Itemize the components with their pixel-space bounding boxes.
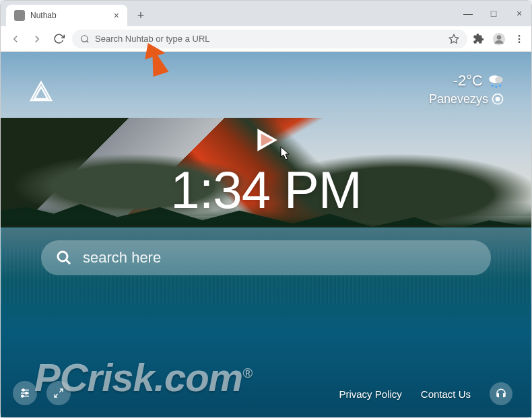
- svg-line-21: [66, 260, 70, 264]
- svg-point-15: [499, 85, 501, 87]
- toolbar-actions: [473, 32, 525, 46]
- tab-title: Nuthab: [30, 11, 57, 20]
- window-controls: — □ ×: [461, 1, 526, 26]
- svg-point-6: [519, 38, 521, 40]
- search-icon: [56, 250, 72, 266]
- svg-point-13: [492, 85, 494, 87]
- weather-widget[interactable]: -2°C Panevezys: [429, 72, 504, 106]
- search-icon: [80, 34, 90, 44]
- forward-button[interactable]: [29, 31, 45, 47]
- close-window-button[interactable]: ×: [512, 8, 526, 19]
- svg-point-24: [22, 389, 24, 391]
- svg-marker-9: [31, 82, 51, 100]
- bookmark-star-icon[interactable]: [448, 34, 459, 44]
- tab-close-icon[interactable]: ×: [114, 10, 119, 21]
- play-badge[interactable]: [252, 126, 280, 157]
- expand-icon: [53, 388, 64, 398]
- tab-favicon: [14, 10, 25, 21]
- svg-point-4: [497, 35, 502, 40]
- new-tab-page: -2°C Panevezys 1:34 PM Pr: [1, 52, 531, 417]
- search-input[interactable]: [83, 249, 476, 267]
- temperature: -2°C: [453, 72, 483, 90]
- weather-rain-icon: [487, 72, 504, 90]
- back-button[interactable]: [7, 31, 24, 47]
- privacy-link[interactable]: Privacy Policy: [339, 388, 401, 400]
- svg-line-1: [87, 40, 89, 42]
- svg-point-12: [495, 77, 502, 83]
- contact-link[interactable]: Contact Us: [421, 388, 471, 400]
- svg-point-5: [519, 35, 521, 37]
- settings-button[interactable]: [13, 381, 37, 405]
- annotation-arrow-icon: [135, 42, 175, 79]
- arrow-left-icon: [9, 33, 22, 45]
- browser-toolbar: Search Nuhtab or type a URL: [1, 26, 531, 52]
- maximize-button[interactable]: □: [487, 8, 500, 19]
- wallpaper: [1, 52, 531, 417]
- new-tab-button[interactable]: +: [131, 6, 150, 25]
- location-pin-icon: [491, 93, 504, 106]
- minimize-button[interactable]: —: [461, 8, 475, 19]
- svg-point-17: [496, 97, 500, 100]
- search-bar[interactable]: [41, 240, 491, 275]
- svg-line-30: [55, 394, 58, 397]
- sliders-icon: [19, 387, 31, 399]
- bottom-left-controls: [13, 381, 71, 405]
- svg-marker-8: [140, 42, 171, 77]
- svg-point-20: [58, 252, 67, 261]
- fullscreen-button[interactable]: [46, 381, 71, 405]
- reload-button[interactable]: [51, 31, 67, 47]
- triangle-logo-icon: [28, 79, 55, 106]
- clock: 1:34 PM: [1, 160, 531, 221]
- reload-icon: [53, 33, 65, 44]
- headset-icon: [495, 388, 507, 400]
- brand-logo: [28, 79, 55, 108]
- tab-strip: Nuthab × + — □ ×: [1, 1, 531, 26]
- profile-icon[interactable]: [492, 32, 506, 46]
- svg-point-26: [26, 392, 28, 394]
- browser-tab[interactable]: Nuthab ×: [6, 5, 127, 26]
- svg-marker-10: [34, 87, 48, 99]
- footer-links: Privacy Policy Contact Us: [339, 382, 512, 405]
- svg-point-28: [22, 395, 24, 397]
- extensions-icon[interactable]: [473, 33, 484, 44]
- location-name: Panevezys: [429, 92, 488, 106]
- svg-point-7: [519, 41, 521, 43]
- menu-icon[interactable]: [514, 34, 525, 44]
- svg-marker-2: [449, 34, 458, 43]
- support-button[interactable]: [490, 382, 512, 405]
- browser-window: Nuthab × + — □ × Search Nuhtab or type a…: [0, 0, 532, 418]
- svg-point-14: [495, 85, 497, 88]
- svg-point-0: [81, 35, 88, 41]
- address-bar[interactable]: Search Nuhtab or type a URL: [72, 30, 467, 48]
- svg-line-29: [59, 389, 63, 392]
- play-icon: [252, 126, 280, 154]
- arrow-right-icon: [31, 33, 43, 45]
